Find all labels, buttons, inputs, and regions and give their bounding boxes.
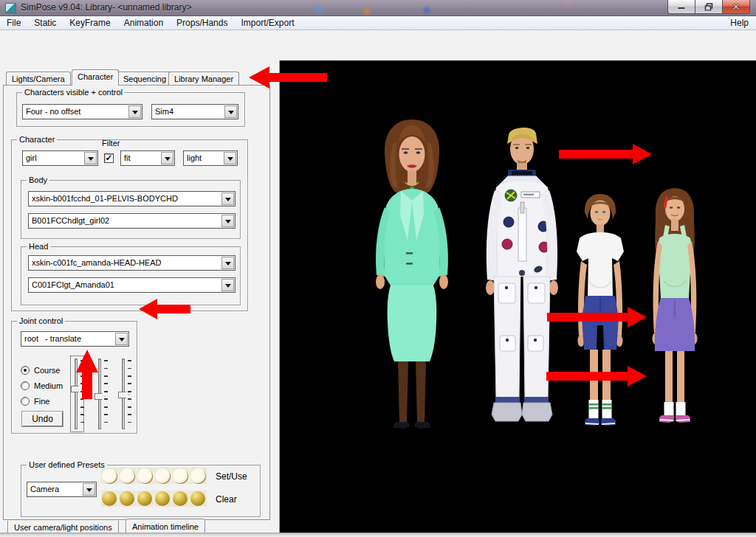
tab-library-manager[interactable]: Library Manager (168, 72, 239, 86)
dropdown-arrow-icon[interactable] (128, 105, 141, 118)
character-astronaut[interactable] (476, 125, 568, 429)
preset-slot-5[interactable] (173, 468, 188, 483)
group-user-presets-label: User defined Presets (27, 460, 107, 469)
tab-lights-camera[interactable]: Lights/Camera (6, 72, 71, 86)
title-bar: SimPose v9.04: Library- <unnamed library… (0, 0, 756, 16)
slider-z-ticks (128, 360, 131, 428)
visible-count-combobox[interactable]: Four - no offset (22, 104, 142, 119)
preset-target-combobox[interactable]: Camera (27, 482, 97, 497)
radio-fine[interactable] (21, 397, 30, 406)
filter-label: Filter (102, 139, 120, 148)
group-characters-visible-label: Characters visible + control (22, 88, 125, 97)
radio-course[interactable] (21, 366, 30, 375)
dropdown-arrow-icon[interactable] (161, 152, 173, 164)
joint-combobox[interactable]: root - translate (21, 331, 129, 347)
radio-fine-label: Fine (34, 397, 49, 406)
radio-medium-label: Medium (34, 381, 63, 390)
character-type-combobox[interactable]: girl (22, 150, 98, 166)
preset-slot-4[interactable] (155, 468, 170, 483)
preset-slot-6[interactable] (190, 468, 205, 483)
filter-checkbox[interactable]: ✓ (104, 153, 114, 163)
window-title: SimPose v9.04: Library- <unnamed library… (21, 2, 191, 13)
preset-clear-5[interactable] (173, 491, 188, 506)
preset-clear-6[interactable] (190, 491, 205, 506)
body-mesh-combobox[interactable]: xskin-b001fcchd_01-PELVIS-BODYCHD (28, 191, 236, 207)
dropdown-arrow-icon[interactable] (84, 152, 97, 164)
group-body-label: Body (27, 176, 49, 184)
controlled-sim-combobox[interactable]: Sim4 (151, 104, 238, 119)
tab-sequencing[interactable]: Sequencing (117, 72, 172, 86)
preset-clear-3[interactable] (137, 491, 152, 506)
clear-label: Clear (216, 494, 237, 505)
preset-slot-2[interactable] (120, 468, 134, 483)
dropdown-arrow-icon[interactable] (115, 333, 128, 345)
preset-slot-1[interactable] (102, 468, 117, 483)
group-joint-control-label: Joint control (17, 316, 65, 325)
body-skin-combobox[interactable]: B001FCChdlgt_girl02 (28, 213, 236, 229)
character-woman[interactable] (362, 117, 462, 431)
dropdown-arrow-icon[interactable] (221, 279, 234, 291)
head-mesh-combobox[interactable]: xskin-c001fc_amanda-HEAD-HEAD (28, 255, 236, 271)
group-character-label: Character (17, 135, 57, 144)
slider-y-ticks (104, 360, 108, 428)
preset-clear-4[interactable] (155, 491, 170, 506)
window-bottom-border (0, 533, 756, 537)
fit-combobox[interactable]: fit (120, 150, 175, 166)
group-body: Body (21, 180, 241, 239)
dropdown-arrow-icon[interactable] (83, 483, 95, 496)
radio-medium[interactable] (21, 381, 30, 390)
menu-props-hands[interactable]: Props/Hands (170, 18, 234, 28)
menu-file[interactable]: File (0, 18, 27, 28)
restore-icon (704, 3, 713, 11)
menu-help[interactable]: Help (723, 18, 756, 28)
menu-animation[interactable]: Animation (117, 18, 170, 28)
dropdown-arrow-icon[interactable] (221, 193, 234, 205)
preset-clear-1[interactable] (102, 491, 117, 506)
light-combobox[interactable]: light (183, 150, 238, 166)
menu-bar: File Static KeyFrame Animation Props/Han… (0, 16, 756, 30)
dropdown-arrow-icon[interactable] (221, 257, 234, 269)
character-girl[interactable] (637, 187, 712, 427)
close-icon (732, 3, 740, 11)
preset-slot-3[interactable] (137, 468, 152, 483)
tab-character[interactable]: Character (72, 69, 119, 86)
radio-course-label: Course (34, 366, 60, 375)
undo-button[interactable]: Undo (22, 412, 63, 426)
group-head-label: Head (27, 242, 50, 251)
app-window: SimPose v9.04: Library- <unnamed library… (0, 0, 756, 537)
menu-import-export[interactable]: Import/Export (234, 18, 300, 28)
menu-static[interactable]: Static (27, 18, 63, 28)
dropdown-arrow-icon[interactable] (224, 152, 236, 164)
slider-x-track[interactable] (75, 358, 78, 429)
dropdown-arrow-icon[interactable] (221, 215, 234, 227)
preset-clear-2[interactable] (120, 491, 134, 506)
slider-x-ticks (80, 360, 84, 428)
minimize-icon (677, 4, 686, 10)
left-panel: Lights/Camera Character Sequencing Libra… (0, 30, 756, 534)
app-icon (5, 3, 16, 13)
menu-keyframe[interactable]: KeyFrame (63, 18, 117, 28)
close-button[interactable] (722, 0, 750, 14)
minimize-button[interactable] (667, 0, 695, 14)
character-boy[interactable] (563, 193, 637, 427)
restore-button[interactable] (695, 0, 723, 14)
set-use-label: Set/Use (216, 471, 247, 482)
head-skin-combobox[interactable]: C001FClgt_Amanda01 (28, 277, 236, 293)
viewport-3d[interactable] (279, 60, 756, 537)
dropdown-arrow-icon[interactable] (224, 105, 237, 118)
